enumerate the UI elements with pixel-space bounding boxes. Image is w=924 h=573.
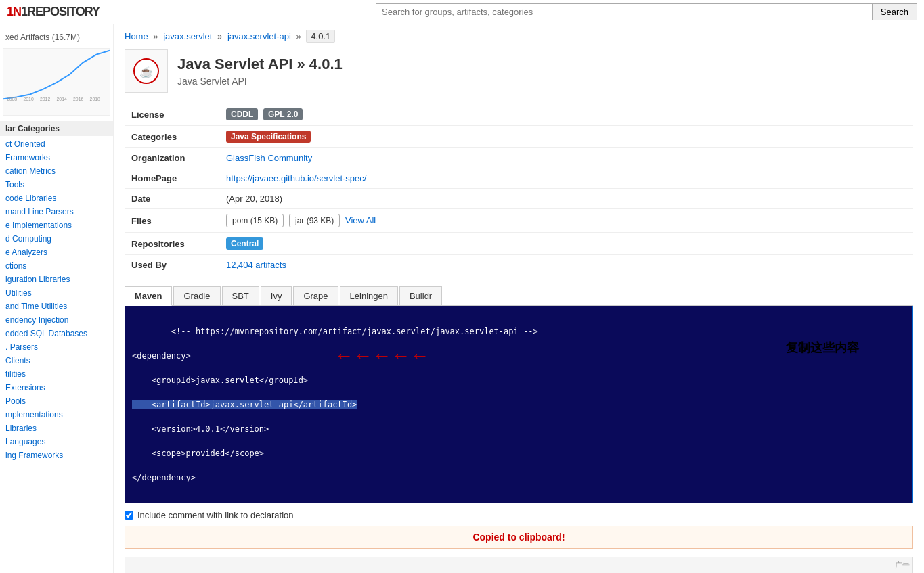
artifact-subtitle: Java Servlet API [177, 76, 343, 87]
breadcrumb-version: 4.0.1 [306, 30, 335, 43]
tab-gradle[interactable]: Gradle [173, 286, 220, 305]
code-box[interactable]: <!-- https://mvnrepository.com/artifact/… [125, 306, 913, 503]
search-input[interactable] [376, 3, 873, 20]
value-used-by: 12,404 artifacts [219, 255, 913, 275]
label-used-by: Used By [125, 255, 219, 275]
sidebar-item-18[interactable]: Extensions [0, 381, 113, 394]
badge-cddl[interactable]: CDDL [226, 108, 258, 120]
sidebar-item-2[interactable]: cation Metrics [0, 164, 113, 178]
breadcrumb-group[interactable]: javax.servlet [163, 31, 212, 41]
ad-label: 广告 [895, 560, 910, 570]
badge-central[interactable]: Central [226, 237, 263, 250]
checkbox-area: Include comment with link to declaration [125, 510, 913, 520]
tab-leiningen[interactable]: Leiningen [340, 286, 398, 305]
sidebar-categories-title: lar Categories [0, 121, 113, 136]
sidebar-item-11[interactable]: Utilities [0, 286, 113, 300]
svg-text:2008: 2008 [7, 97, 17, 101]
tabs: Maven Gradle SBT Ivy Grape Leiningen Bui… [125, 286, 913, 306]
sidebar-item-8[interactable]: e Analyzers [0, 246, 113, 259]
sidebar-item-5[interactable]: mand Line Parsers [0, 205, 113, 219]
sidebar-chart: 2008 2010 2012 2014 2016 2018 Year [3, 48, 110, 116]
value-repositories: Central [219, 233, 913, 255]
row-date: Date (Apr 20, 2018) [125, 189, 913, 209]
artifact-title-block: Java Servlet API » 4.0.1 Java Servlet AP… [177, 55, 343, 87]
breadcrumb-sep-2: » [217, 31, 222, 41]
svg-text:2016: 2016 [73, 97, 83, 101]
code-line5: <scope>provided</scope> [132, 449, 264, 458]
breadcrumb-artifact[interactable]: javax.servlet-api [227, 31, 291, 41]
value-files: pom (15 KB) jar (93 KB) View All [219, 209, 913, 233]
search-bar: Search [376, 3, 917, 20]
svg-text:2014: 2014 [57, 97, 67, 101]
badge-gpl[interactable]: GPL 2.0 [263, 108, 303, 120]
label-files: Files [125, 209, 219, 233]
tab-maven[interactable]: Maven [125, 286, 172, 306]
sidebar-item-15[interactable]: . Parsers [0, 340, 113, 354]
ad-banner: 广告 Performance monitoring and Performanc… [125, 557, 913, 573]
label-date: Date [125, 189, 219, 209]
sidebar-item-16[interactable]: Clients [0, 354, 113, 367]
row-categories: Categories Java Specifications [125, 126, 913, 148]
sidebar-item-22[interactable]: Languages [0, 435, 113, 449]
value-categories: Java Specifications [219, 126, 913, 148]
tab-grape[interactable]: Grape [293, 286, 338, 305]
info-table: License CDDL GPL 2.0 Categories Java Spe… [125, 104, 913, 275]
artifact-header: ☕ Java Servlet API » 4.0.1 Java Servlet … [125, 49, 913, 93]
svg-text:☕: ☕ [139, 66, 153, 78]
value-license: CDDL GPL 2.0 [219, 104, 913, 126]
file-pom[interactable]: pom (15 KB) [226, 214, 284, 227]
label-license: License [125, 104, 219, 126]
sidebar-item-13[interactable]: endency Injection [0, 313, 113, 327]
sidebar-item-23[interactable]: ing Frameworks [0, 449, 113, 462]
header: 1N1REPOSITORY Search [0, 0, 924, 24]
sidebar-item-20[interactable]: mplementations [0, 408, 113, 421]
view-all-link[interactable]: View All [345, 215, 376, 225]
sidebar-item-19[interactable]: Pools [0, 394, 113, 408]
code-line6: </dependency> [132, 473, 196, 482]
breadcrumb: Home » javax.servlet » javax.servlet-api… [125, 31, 913, 41]
logo-text: 1REPOSITORY [21, 5, 100, 18]
comment-checkbox-label: Include comment with link to declaration [137, 510, 294, 520]
org-link[interactable]: GlassFish Community [226, 153, 312, 163]
code-comment: <!-- https://mvnrepository.com/artifact/… [171, 327, 538, 336]
svg-text:2012: 2012 [40, 97, 50, 101]
code-section: <!-- https://mvnrepository.com/artifact/… [125, 306, 913, 503]
sidebar-item-0[interactable]: ct Oriented [0, 137, 113, 151]
tab-sbt[interactable]: SBT [222, 286, 259, 305]
red-arrow: ←←←←← [334, 345, 429, 367]
sidebar-item-17[interactable]: tilities [0, 367, 113, 381]
indexed-artifacts-label: xed Artifacts (16.7M) [5, 32, 80, 42]
chinese-annotation: 复制这些内容 [786, 340, 859, 356]
code-line3: <artifactId>javax.servlet-api</artifactI… [132, 400, 357, 409]
row-used-by: Used By 12,404 artifacts [125, 255, 913, 275]
sidebar-item-7[interactable]: d Computing [0, 232, 113, 246]
sidebar-item-3[interactable]: Tools [0, 178, 113, 191]
sidebar-item-12[interactable]: and Time Utilities [0, 300, 113, 313]
label-homepage: HomePage [125, 168, 219, 189]
row-repositories: Repositories Central [125, 233, 913, 255]
comment-checkbox[interactable] [125, 511, 133, 520]
file-jar[interactable]: jar (93 KB) [289, 214, 340, 227]
sidebar-item-10[interactable]: iguration Libraries [0, 273, 113, 286]
sidebar-item-21[interactable]: Libraries [0, 421, 113, 435]
value-date: (Apr 20, 2018) [219, 189, 913, 209]
badge-java-spec[interactable]: Java Specifications [226, 131, 311, 143]
logo: 1N1REPOSITORY [7, 5, 100, 19]
tab-buildr[interactable]: Buildr [399, 286, 442, 305]
value-organization: GlassFish Community [219, 148, 913, 168]
sidebar-item-1[interactable]: Frameworks [0, 151, 113, 164]
breadcrumb-home[interactable]: Home [125, 31, 148, 41]
label-organization: Organization [125, 148, 219, 168]
sidebar-item-14[interactable]: edded SQL Databases [0, 327, 113, 340]
row-homepage: HomePage https://javaee.github.io/servle… [125, 168, 913, 189]
tab-ivy[interactable]: Ivy [261, 286, 292, 305]
main-content: Home » javax.servlet » javax.servlet-api… [114, 24, 924, 573]
search-button[interactable]: Search [873, 3, 917, 20]
sidebar-item-9[interactable]: ctions [0, 259, 113, 273]
breadcrumb-sep-3: » [296, 31, 301, 41]
label-categories: Categories [125, 126, 219, 148]
used-by-link[interactable]: 12,404 artifacts [226, 260, 286, 270]
sidebar-item-6[interactable]: e Implementations [0, 219, 113, 232]
homepage-link[interactable]: https://javaee.github.io/servlet-spec/ [226, 173, 366, 183]
sidebar-item-4[interactable]: code Libraries [0, 191, 113, 205]
